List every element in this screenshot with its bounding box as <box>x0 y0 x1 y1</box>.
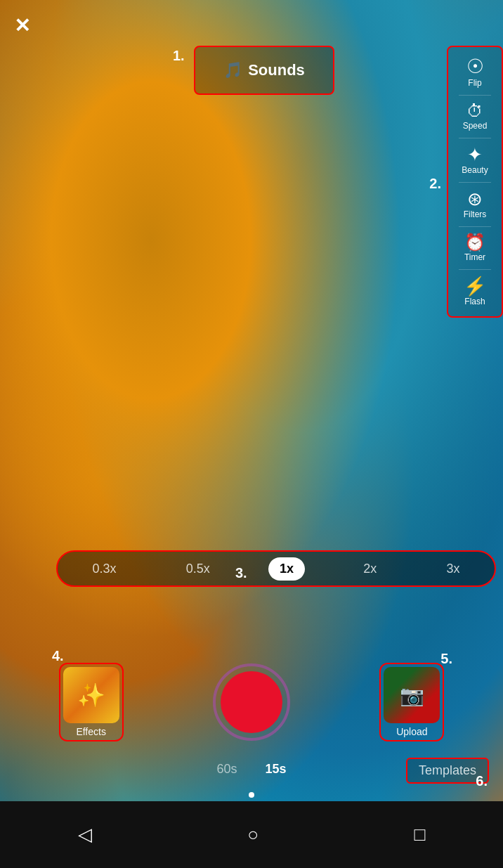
sidebar-divider-5 <box>459 269 491 270</box>
effects-icon: ✨ <box>63 667 119 723</box>
beauty-label: Beauty <box>462 165 488 175</box>
filters-icon: ⊛ <box>467 190 483 208</box>
zoom-0.3x[interactable]: 0.3x <box>81 557 128 581</box>
sidebar-item-timer[interactable]: ⏰ Timer <box>448 230 502 266</box>
annotation-5: 5. <box>440 651 452 667</box>
record-button[interactable] <box>213 663 290 741</box>
dot-indicator <box>249 792 254 798</box>
annotation-3: 3. <box>235 565 247 581</box>
effects-label: Effects <box>76 726 106 737</box>
speed-label: Speed <box>463 121 488 131</box>
annotation-1: 1. <box>173 48 185 64</box>
sidebar-item-filters[interactable]: ⊛ Filters <box>448 186 502 224</box>
sidebar-item-flash[interactable]: ⚡ Flash <box>448 273 502 311</box>
close-button[interactable]: ✕ <box>14 14 30 37</box>
timer-tab-60s[interactable]: 60s <box>216 762 237 777</box>
effects-button[interactable]: ✨ Effects <box>59 663 124 741</box>
annotation-6: 6. <box>476 773 488 789</box>
timer-icon: ⏰ <box>464 234 485 251</box>
sidebar-item-flip[interactable]: ☉ Flip <box>448 53 502 92</box>
timer-label: Timer <box>464 252 485 262</box>
right-sidebar: ☉ Flip ⏱ Speed ✦ Beauty ⊛ Filters ⏰ Time… <box>447 46 503 318</box>
sidebar-divider-2 <box>459 138 491 138</box>
zoom-1x[interactable]: 1x <box>268 557 305 581</box>
app: ✕ 1. 🎵 Sounds 2. ☉ Flip ⏱ Speed ✦ Beauty… <box>0 0 503 868</box>
back-button[interactable]: ◁ <box>78 824 92 846</box>
annotation-2: 2. <box>429 176 441 192</box>
upload-button[interactable]: 📷 Upload <box>379 663 444 741</box>
upload-icon: 📷 <box>384 667 440 723</box>
templates-label: Templates <box>419 763 476 777</box>
timer-tab-15s[interactable]: 15s <box>265 762 286 777</box>
sidebar-divider-3 <box>459 182 491 183</box>
zoom-bar: 0.3x 0.5x 1x 2x 3x <box>56 550 496 587</box>
sidebar-item-speed[interactable]: ⏱ Speed <box>448 98 502 135</box>
bottom-controls: ✨ Effects 📷 Upload <box>0 663 503 741</box>
filters-label: Filters <box>464 209 487 219</box>
home-button[interactable]: ○ <box>247 824 259 846</box>
flip-icon: ☉ <box>466 57 484 77</box>
zoom-2x[interactable]: 2x <box>352 557 388 581</box>
record-inner <box>221 671 282 733</box>
sidebar-divider-1 <box>459 95 491 96</box>
zoom-0.5x[interactable]: 0.5x <box>175 557 221 581</box>
zoom-3x[interactable]: 3x <box>435 557 471 581</box>
annotation-4: 4. <box>52 648 64 664</box>
flash-icon: ⚡ <box>464 277 486 295</box>
beauty-icon: ✦ <box>467 145 483 164</box>
speed-icon: ⏱ <box>466 103 483 119</box>
upload-label: Upload <box>396 726 427 737</box>
sounds-button[interactable]: 🎵 Sounds <box>194 46 334 95</box>
sounds-label: Sounds <box>248 61 305 79</box>
recent-button[interactable]: □ <box>414 824 426 846</box>
music-icon: 🎵 <box>223 61 242 79</box>
flash-label: Flash <box>464 297 485 306</box>
sidebar-divider-4 <box>459 226 491 227</box>
nav-bar: ◁ ○ □ <box>0 801 503 868</box>
flip-label: Flip <box>468 78 481 88</box>
sidebar-item-beauty[interactable]: ✦ Beauty <box>448 141 502 179</box>
